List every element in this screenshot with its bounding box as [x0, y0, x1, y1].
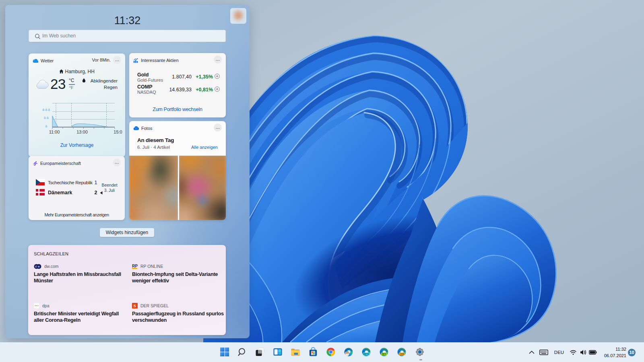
svg-text:S: S: [133, 303, 136, 308]
svg-text:RP: RP: [132, 264, 138, 268]
svg-text:BETA: BETA: [363, 353, 369, 355]
svg-text:w: w: [37, 265, 40, 268]
svg-text:CAN: CAN: [399, 353, 404, 355]
svg-text:DEV: DEV: [382, 353, 386, 355]
svg-text:d: d: [35, 265, 37, 268]
